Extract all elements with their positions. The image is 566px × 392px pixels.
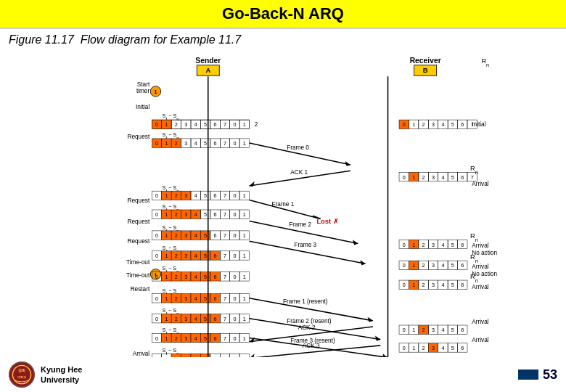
svg-text:6: 6: [461, 262, 464, 269]
svg-text:Time-out: Time-out: [126, 272, 150, 279]
svg-text:6: 6: [214, 192, 217, 199]
svg-text:2: 2: [175, 253, 178, 259]
svg-marker-146: [353, 240, 358, 245]
svg-text:3: 3: [184, 140, 187, 147]
svg-text:Sf − Sn: Sf − Sn: [163, 131, 180, 140]
svg-text:3: 3: [432, 282, 435, 288]
svg-text:1: 1: [412, 121, 415, 128]
svg-text:Request: Request: [127, 134, 149, 140]
svg-marker-188: [360, 260, 365, 265]
svg-text:2: 2: [422, 242, 425, 248]
svg-text:Rn: Rn: [470, 232, 478, 243]
svg-text:2: 2: [175, 211, 178, 218]
svg-text:A: A: [205, 67, 210, 74]
svg-text:0: 0: [155, 140, 158, 147]
svg-text:ACK 1: ACK 1: [290, 169, 308, 176]
svg-text:Time-out: Time-out: [126, 259, 150, 266]
svg-text:6: 6: [214, 316, 217, 322]
svg-text:Frame 2 (resent): Frame 2 (resent): [287, 318, 332, 324]
svg-text:0: 0: [233, 140, 236, 147]
svg-text:4: 4: [194, 140, 197, 147]
svg-text:4: 4: [194, 295, 197, 302]
svg-text:1: 1: [165, 253, 168, 259]
svg-text:Start: Start: [137, 81, 150, 88]
svg-text:5: 5: [451, 282, 454, 288]
svg-text:3: 3: [184, 232, 187, 239]
svg-text:7: 7: [223, 211, 226, 218]
svg-text:6: 6: [461, 345, 464, 351]
svg-text:1: 1: [243, 295, 246, 302]
page-header: Go-Back-N ARQ: [0, 0, 566, 29]
svg-text:1: 1: [165, 211, 168, 218]
svg-text:4: 4: [194, 253, 197, 259]
svg-text:7: 7: [223, 274, 226, 280]
svg-text:0: 0: [403, 282, 406, 288]
svg-text:2: 2: [175, 274, 178, 280]
svg-text:0: 0: [155, 211, 158, 218]
svg-text:3: 3: [432, 242, 435, 248]
svg-text:0: 0: [403, 262, 406, 269]
svg-text:0: 0: [233, 253, 236, 259]
svg-text:2: 2: [175, 335, 178, 342]
svg-text:1: 1: [243, 140, 246, 147]
svg-text:Sf − Sn: Sf − Sn: [163, 113, 180, 121]
svg-text:7: 7: [223, 232, 226, 239]
svg-text:Arrival: Arrival: [472, 242, 489, 249]
svg-text:3: 3: [184, 211, 187, 218]
svg-text:Frame 3: Frame 3: [294, 242, 316, 248]
svg-text:6: 6: [214, 232, 217, 239]
bottom-bar: 경희 대학교 Kyung Hee University 53: [0, 357, 566, 392]
svg-text:2: 2: [175, 121, 178, 128]
prev-arrow[interactable]: [518, 369, 538, 380]
svg-text:5: 5: [204, 253, 207, 259]
svg-text:0: 0: [403, 121, 406, 128]
svg-text:3: 3: [432, 121, 435, 128]
svg-marker-73: [345, 161, 350, 166]
svg-text:Arrival: Arrival: [472, 181, 489, 187]
svg-text:0: 0: [155, 274, 158, 280]
svg-text:Sf − Sn: Sf − Sn: [163, 265, 180, 274]
svg-text:5: 5: [204, 316, 207, 322]
svg-text:timer: timer: [136, 88, 150, 94]
svg-text:1: 1: [412, 327, 415, 333]
svg-text:0: 0: [155, 335, 158, 342]
svg-text:3: 3: [184, 192, 187, 199]
svg-text:7: 7: [223, 140, 226, 147]
svg-text:5: 5: [204, 192, 207, 199]
svg-text:0: 0: [233, 295, 236, 302]
svg-text:2: 2: [422, 262, 425, 269]
svg-text:6: 6: [461, 174, 464, 181]
svg-text:Frame 1 (resent): Frame 1 (resent): [283, 298, 328, 305]
svg-text:Initial: Initial: [136, 104, 149, 110]
svg-text:대학교: 대학교: [17, 375, 26, 379]
svg-text:1: 1: [165, 232, 168, 239]
svg-text:0: 0: [233, 335, 236, 342]
svg-text:4: 4: [194, 121, 197, 128]
svg-text:Arrival: Arrival: [472, 319, 489, 325]
svg-text:1: 1: [165, 316, 168, 322]
svg-text:7: 7: [471, 174, 474, 181]
svg-text:1: 1: [412, 174, 415, 181]
svg-text:6: 6: [214, 335, 217, 342]
svg-text:0: 0: [155, 253, 158, 259]
svg-text:0: 0: [233, 232, 236, 239]
svg-text:B: B: [423, 67, 428, 74]
svg-text:1: 1: [243, 316, 246, 322]
svg-text:경희: 경희: [18, 368, 25, 372]
university-info: 경희 대학교 Kyung Hee University: [9, 362, 82, 388]
svg-text:No action: No action: [472, 250, 497, 256]
svg-text:4: 4: [194, 232, 197, 239]
svg-text:Receiver: Receiver: [410, 57, 441, 65]
svg-text:2: 2: [422, 282, 425, 288]
svg-text:5: 5: [204, 140, 207, 147]
svg-text:3: 3: [184, 274, 187, 280]
svg-text:0: 0: [155, 121, 158, 128]
svg-text:0: 0: [403, 174, 406, 181]
svg-text:Request: Request: [127, 219, 149, 225]
svg-text:1: 1: [165, 121, 168, 128]
svg-text:Frame 2: Frame 2: [289, 221, 311, 228]
svg-text:6: 6: [461, 121, 464, 128]
svg-text:1: 1: [243, 232, 246, 239]
svg-text:Initial: Initial: [472, 121, 485, 128]
svg-text:5: 5: [451, 262, 454, 269]
